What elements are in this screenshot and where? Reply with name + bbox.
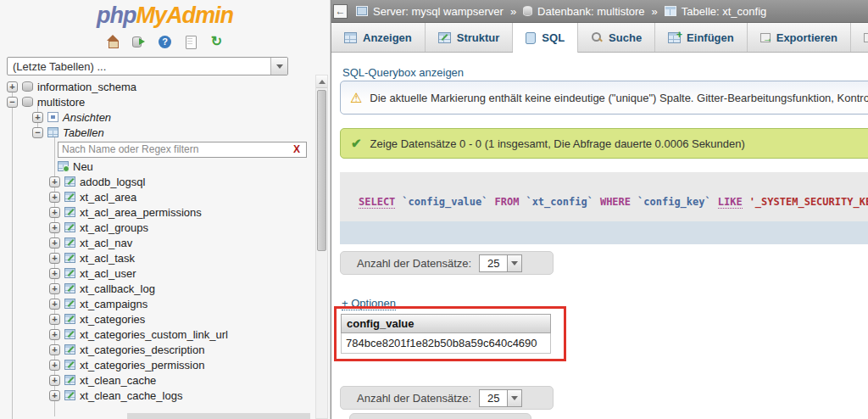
recent-tables-select[interactable]: (Letzte Tabellen) ... <box>7 57 288 75</box>
sql-token-kw: FROM <box>495 196 520 208</box>
tree-item-xt-acl-area[interactable]: +xt_acl_area <box>0 189 330 204</box>
breadcrumb-item-server[interactable]: Server: mysql wampserver <box>373 5 504 18</box>
scrollbar-thumb[interactable] <box>317 90 326 251</box>
server-icon <box>356 6 368 16</box>
tree-expander-plus-icon[interactable]: + <box>49 237 60 249</box>
tree-item-xt-categories-custom-link-url[interactable]: +xt_categories_custom_link_url <box>0 327 330 342</box>
sidebar-scrollbar[interactable] <box>315 75 328 419</box>
tree-expander-minus-icon[interactable]: − <box>32 127 43 138</box>
sql-token-kw-link[interactable]: LIKE <box>718 196 743 209</box>
tree-item-neu[interactable]: Neu <box>0 159 330 174</box>
tree-expander-plus-icon[interactable]: + <box>49 329 60 340</box>
table-edit-icon <box>64 176 75 187</box>
database-icon <box>523 6 532 16</box>
sql-querybox-toggle-link[interactable]: SQL-Querybox anzeigen <box>342 66 464 79</box>
reload-icon[interactable]: ↻ <box>209 35 224 48</box>
database-tree: +information_schema−multistore+Ansichten… <box>0 79 330 403</box>
tree-item-xt-clean-cache-logs[interactable]: +xt_clean_cache_logs <box>0 388 330 403</box>
tree-item-xt-acl-user[interactable]: +xt_acl_user <box>0 265 330 281</box>
tree-item-label: xt_acl_nav <box>80 237 132 249</box>
tree-expander-plus-icon[interactable]: + <box>49 207 60 218</box>
table-edit-icon <box>64 390 75 400</box>
tab-einf-gen[interactable]: Einfügen <box>655 23 748 52</box>
scrollbar-up-button[interactable] <box>316 75 327 88</box>
rows-count-value: 25 <box>479 389 507 407</box>
tree-expander-plus-icon[interactable]: + <box>49 314 60 325</box>
tree-item-xt-categories-description[interactable]: +xt_categories_description <box>0 342 330 357</box>
sql-token-id: `xt_config` <box>526 196 593 208</box>
tree-item-label: xt_clean_cache_logs <box>80 389 182 402</box>
sql-query-box: SELECT`config_value`FROM`xt_config`WHERE… <box>340 172 868 244</box>
tree-item-label: xt_categories_permission <box>80 359 204 372</box>
tree-expander-plus-icon[interactable]: + <box>49 283 60 294</box>
tree-item-xt-acl-task[interactable]: +xt_acl_task <box>0 250 330 265</box>
tree-item-xt-campaigns[interactable]: +xt_campaigns <box>0 296 330 311</box>
back-button[interactable]: ← <box>333 4 348 19</box>
tree-item-multistore[interactable]: −multistore <box>0 94 330 109</box>
tab-label: Suche <box>609 31 642 44</box>
logo-php-text: php <box>97 3 136 28</box>
sql-token-id: `config_key` <box>637 196 711 208</box>
tree-expander-plus-icon[interactable]: + <box>49 268 60 279</box>
tree-expander-plus-icon[interactable]: + <box>7 81 18 92</box>
select-dropdown-button[interactable] <box>507 389 522 407</box>
tree-item-information-schema[interactable]: +information_schema <box>0 79 330 94</box>
home-icon[interactable] <box>106 35 120 48</box>
tree-item-xt-categories[interactable]: +xt_categories <box>0 311 330 327</box>
tree-expander-plus-icon[interactable]: + <box>32 112 43 123</box>
tab-sql[interactable]: SQL <box>513 23 578 53</box>
tree-item-adodb-logsql[interactable]: +adodb_logsql <box>0 174 330 189</box>
breadcrumb-separator: » <box>652 5 658 18</box>
table-tabs: AnzeigenStrukturSQLSucheEinfügen→Exporti… <box>331 23 868 53</box>
tree-item-label: xt_acl_groups <box>80 221 148 234</box>
table-edit-icon <box>64 314 75 324</box>
warning-text: Die aktuelle Markierung enthält keine ei… <box>370 92 868 104</box>
tree-expander-plus-icon[interactable]: + <box>49 360 60 371</box>
breadcrumb-item-tabelle[interactable]: Tabelle: xt_config <box>682 5 766 18</box>
filter-clear-button[interactable]: X <box>293 143 300 155</box>
tree-filter-input[interactable] <box>58 142 307 158</box>
tree-expander-minus-icon[interactable]: − <box>7 97 18 108</box>
logout-icon[interactable] <box>132 35 147 48</box>
rows-count-select[interactable]: 25 <box>479 254 522 272</box>
tab-anzeigen[interactable]: Anzeigen <box>331 23 426 52</box>
tab-exportieren[interactable]: →Exportieren <box>748 23 851 52</box>
tree-item-ansichten[interactable]: +Ansichten <box>0 109 330 125</box>
tab-importieren[interactable]: →Importieren <box>851 23 868 52</box>
tree-item-label: Neu <box>73 160 93 173</box>
select-dropdown-button[interactable] <box>507 254 522 272</box>
tree-expander-plus-icon[interactable]: + <box>49 176 60 187</box>
tree-item-xt-categories-permission[interactable]: +xt_categories_permission <box>0 357 330 372</box>
documentation-icon[interactable] <box>183 35 198 48</box>
help-icon[interactable]: ? <box>159 36 171 48</box>
tree-expander-plus-icon[interactable]: + <box>49 375 60 386</box>
sql-query-footer <box>340 221 868 244</box>
tree-expander-plus-icon[interactable]: + <box>49 192 60 203</box>
insert-icon <box>668 32 681 43</box>
tree-expander-plus-icon[interactable]: + <box>49 344 60 355</box>
tab-suche[interactable]: Suche <box>578 23 655 52</box>
tab-label: SQL <box>542 31 565 44</box>
tree-expander-plus-icon[interactable]: + <box>49 253 60 264</box>
rows-count-select[interactable]: 25 <box>479 389 522 407</box>
sql-query-text: SELECT`config_value`FROM`xt_config`WHERE… <box>359 196 868 208</box>
tree-item-label: Ansichten <box>63 111 111 124</box>
tree-item-selected-partial[interactable] <box>127 413 310 419</box>
tree-item-xt-callback-log[interactable]: +xt_callback_log <box>0 281 330 296</box>
phpmyadmin-logo[interactable]: phpMyAdmin <box>0 0 330 29</box>
tree-item-label: xt_acl_task <box>80 252 135 265</box>
tree-item-xt-acl-nav[interactable]: +xt_acl_nav <box>0 235 330 250</box>
tree-item-xt-acl-area-permissions[interactable]: +xt_acl_area_permissions <box>0 204 330 220</box>
tree-item-label: xt_categories_description <box>80 344 204 356</box>
tree-item-tabellen[interactable]: −Tabellen <box>0 125 330 140</box>
tree-expander-plus-icon[interactable]: + <box>49 222 60 233</box>
tree-expander-plus-icon[interactable]: + <box>49 299 60 310</box>
select-dropdown-button[interactable] <box>270 58 287 75</box>
breadcrumb-separator: » <box>510 5 516 18</box>
breadcrumb-item-datenbank[interactable]: Datenbank: multistore <box>537 5 644 18</box>
tree-item-xt-clean-cache[interactable]: +xt_clean_cache <box>0 372 330 388</box>
tab-struktur[interactable]: Struktur <box>426 23 514 52</box>
tree-expander-plus-icon[interactable]: + <box>49 390 60 401</box>
sql-token-kw-link[interactable]: SELECT <box>359 196 395 209</box>
tree-item-xt-acl-groups[interactable]: +xt_acl_groups <box>0 220 330 235</box>
